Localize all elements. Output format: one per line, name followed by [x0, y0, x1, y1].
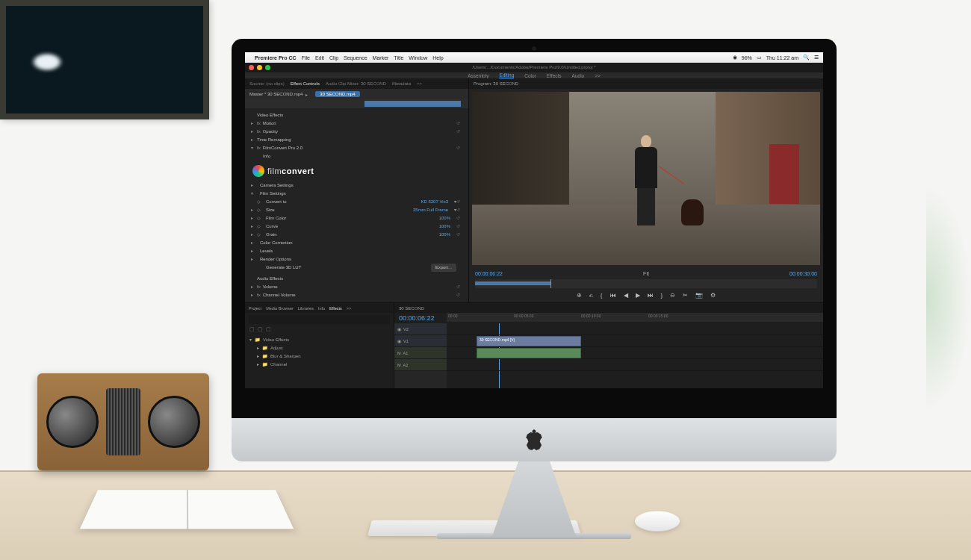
disclosure-icon[interactable]: ▸	[251, 128, 257, 136]
track-header-a2[interactable]: MA2	[394, 359, 447, 371]
settings-button[interactable]: ⚙	[710, 292, 716, 299]
timeline-timecode[interactable]: 00:00:06:22	[394, 313, 447, 323]
tab-media-browser[interactable]: Media Browser	[266, 306, 294, 311]
reset-icon[interactable]: ↺	[456, 206, 462, 214]
minimize-icon[interactable]	[257, 65, 262, 70]
traffic-lights[interactable]	[249, 65, 270, 70]
workspace-assembly[interactable]: Assembly	[468, 73, 488, 78]
keyframe-toggle-icon[interactable]: ◇	[257, 223, 263, 231]
tab-info[interactable]: Info	[318, 306, 325, 311]
notifications-icon[interactable]: ☰	[814, 55, 819, 60]
menu-edit[interactable]: Edit	[315, 55, 324, 60]
disclosure-icon[interactable]: ▸	[251, 247, 257, 255]
menu-help[interactable]: Help	[432, 55, 443, 60]
workspace-effects[interactable]: Effects	[547, 73, 562, 78]
track-header-v2[interactable]: ◉V2	[394, 323, 447, 335]
disclosure-icon[interactable]: ▸	[257, 352, 259, 361]
tab-effects[interactable]: Effects	[329, 306, 342, 311]
tab-libraries[interactable]: Libraries	[298, 306, 314, 311]
disclosure-icon[interactable]: ▸	[251, 255, 257, 264]
ec-clip-button[interactable]: 30 SECOND.mp4	[315, 91, 359, 97]
disclosure-icon[interactable]: ▸	[251, 291, 257, 299]
folder-video-effects[interactable]: Video Effects	[263, 336, 289, 344]
disclosure-icon[interactable]: ▸	[251, 136, 257, 144]
extract-button[interactable]: ✂	[683, 292, 688, 299]
workspace-editing[interactable]: Editing	[499, 72, 514, 78]
track-toggle-icon[interactable]: M	[397, 363, 401, 367]
ec-motion[interactable]: Motion	[263, 119, 456, 128]
track-toggle-icon[interactable]: ◉	[397, 327, 401, 332]
menu-title[interactable]: Title	[394, 55, 403, 60]
go-to-out-button[interactable]: }	[661, 292, 663, 299]
program-zoom-fit[interactable]: Fit	[643, 271, 649, 276]
program-scrubber[interactable]	[475, 279, 817, 288]
keyframe-toggle-icon[interactable]: ◇	[257, 198, 263, 206]
go-to-in-button[interactable]: {	[601, 292, 603, 299]
folder-channel[interactable]: Channel	[270, 361, 287, 369]
folder-blur[interactable]: Blur & Sharpen	[270, 352, 301, 361]
menubar-app-name[interactable]: Premiere Pro CC	[255, 55, 297, 60]
effects-search-input[interactable]	[249, 315, 390, 324]
menu-marker[interactable]: Marker	[373, 55, 389, 60]
lift-button[interactable]: ⊖	[670, 292, 675, 299]
reset-icon[interactable]: ↺	[456, 119, 462, 128]
ec-camera-settings[interactable]: Camera Settings	[257, 181, 462, 190]
timeline-sequence-tab[interactable]: 30 SECOND	[399, 306, 424, 311]
timeline-ruler[interactable]: 00:00 00:00:05:00 00:00:10:00 00:00:15:0…	[447, 313, 823, 322]
tab-audio-mixer[interactable]: Audio Clip Mixer: 30 SECOND	[326, 81, 386, 86]
disclosure-icon[interactable]: ▸	[257, 344, 259, 352]
reset-icon[interactable]: ↺	[456, 283, 462, 291]
ec-info[interactable]: Info	[257, 152, 462, 161]
timeline-clip-video[interactable]: 30 SECOND.mp4 [V]	[477, 336, 581, 346]
reset-icon[interactable]: ↺	[456, 291, 462, 299]
keyframe-toggle-icon[interactable]: ◇	[257, 214, 263, 223]
ec-volume[interactable]: Volume	[263, 283, 456, 291]
tab-source[interactable]: Source: (no clips)	[249, 81, 285, 86]
ec-time-remapping[interactable]: Time Remapping	[257, 136, 462, 144]
step-back-button[interactable]: ⏮	[610, 292, 616, 299]
add-marker-button[interactable]: ⊕	[577, 292, 582, 299]
reset-icon[interactable]: ↺	[456, 231, 462, 239]
preset-filter-icon[interactable]: ▢	[266, 326, 271, 332]
disclosure-icon[interactable]: ▸	[251, 206, 257, 214]
ec-film-settings[interactable]: Film Settings	[257, 190, 462, 198]
wifi-icon[interactable]: ◉	[733, 55, 737, 60]
program-viewer[interactable]	[472, 92, 820, 265]
param-grain-value[interactable]: 100%	[439, 231, 450, 239]
disclosure-icon[interactable]: ▸	[251, 119, 257, 128]
disclosure-icon[interactable]: ▸	[251, 223, 257, 231]
timeline-tracks-area[interactable]: 30 SECOND.mp4 [V]	[447, 323, 823, 388]
ec-channel-volume[interactable]: Channel Volume	[263, 291, 456, 299]
tab-overflow[interactable]: >>	[417, 81, 422, 86]
spotlight-icon[interactable]: 🔍	[803, 55, 810, 60]
export-lut-button[interactable]: Export...	[431, 264, 456, 272]
ec-render-options[interactable]: Render Options	[257, 255, 462, 264]
menu-clip[interactable]: Clip	[329, 55, 338, 60]
tab-overflow[interactable]: >>	[347, 306, 351, 311]
ec-levels[interactable]: Levels	[257, 247, 462, 255]
folder-adjust[interactable]: Adjust	[270, 344, 283, 352]
macos-menubar[interactable]: Premiere Pro CC File Edit Clip Sequence …	[245, 52, 823, 63]
track-toggle-icon[interactable]: M	[397, 351, 401, 355]
tab-project[interactable]: Project	[249, 306, 261, 311]
track-header-v1[interactable]: ◉V1	[394, 335, 447, 347]
disclosure-icon[interactable]: ▸	[251, 231, 257, 239]
timeline-clip-audio[interactable]	[477, 348, 581, 358]
program-title[interactable]: Program: 30 SECOND	[474, 81, 518, 86]
reset-icon[interactable]: ↺	[456, 223, 462, 231]
reset-icon[interactable]: ↺	[456, 214, 462, 223]
play-backward-button[interactable]: ◀	[624, 292, 628, 299]
ec-opacity[interactable]: Opacity	[263, 128, 456, 136]
workspace-audio[interactable]: Audio	[572, 73, 585, 78]
disclosure-icon[interactable]: ▾	[251, 190, 257, 198]
battery-icon[interactable]: ▭	[757, 55, 762, 60]
workspace-color[interactable]: Color	[524, 73, 536, 78]
reset-icon[interactable]: ↺	[456, 128, 462, 136]
menu-window[interactable]: Window	[409, 55, 427, 60]
disclosure-icon[interactable]: ▸	[251, 214, 257, 223]
ec-filmconvert[interactable]: FilmConvert Pro 2.0	[263, 144, 456, 152]
menu-file[interactable]: File	[302, 55, 310, 60]
reset-icon[interactable]: ↺	[456, 198, 462, 206]
menubar-clock[interactable]: Thu 11:22 am	[766, 55, 798, 60]
menu-sequence[interactable]: Sequence	[344, 55, 367, 60]
